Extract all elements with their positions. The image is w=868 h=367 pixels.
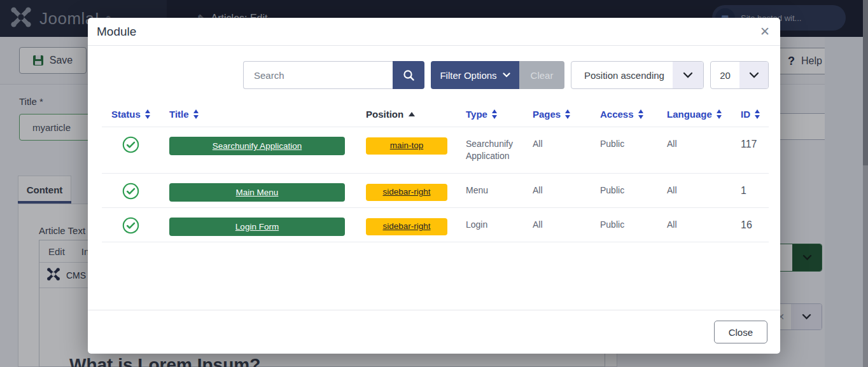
column-header-pages[interactable]: Pages [533, 109, 600, 120]
sort-both-icon [717, 109, 722, 119]
pages-cell: All [533, 174, 600, 207]
table-row: Searchunify Application main-top Searchu… [102, 127, 769, 174]
module-title-button[interactable]: Login Form [169, 218, 345, 236]
published-check-icon[interactable] [122, 145, 139, 155]
position-badge[interactable]: sidebar-right [366, 218, 447, 235]
search-button[interactable] [393, 61, 424, 89]
sort-select-caret [673, 62, 703, 88]
column-header-id[interactable]: ID [741, 109, 769, 120]
status-cell [102, 208, 169, 237]
module-modal: Module ✕ Filter Options Clear Position a… [88, 18, 780, 354]
position-cell: main-top [365, 127, 465, 155]
title-cell: Searchunify Application [169, 127, 365, 155]
column-header-type[interactable]: Type [465, 109, 533, 120]
access-cell: Public [600, 208, 667, 242]
filter-group: Filter Options Clear [431, 61, 564, 89]
modal-header: Module ✕ [88, 18, 780, 46]
sort-ascending-icon [409, 112, 415, 116]
modal-title: Module [97, 25, 136, 39]
type-cell: Searchunify Application [465, 127, 533, 173]
position-badge[interactable]: sidebar-right [366, 184, 447, 201]
limit-select[interactable]: 20 [710, 61, 769, 89]
sort-both-icon [565, 109, 570, 119]
sort-both-icon [145, 109, 150, 119]
sort-select-value: Position ascending [571, 70, 673, 81]
search-group [243, 61, 424, 89]
search-input[interactable] [243, 61, 393, 89]
language-cell: All [667, 127, 741, 161]
clear-button[interactable]: Clear [519, 61, 564, 89]
published-check-icon[interactable] [122, 226, 139, 236]
search-icon [403, 69, 415, 81]
limit-select-value: 20 [711, 70, 739, 81]
modal-filter-toolbar: Filter Options Clear Position ascending … [88, 61, 780, 89]
status-cell [102, 127, 169, 156]
language-cell: All [667, 208, 741, 242]
type-cell: Login [465, 208, 533, 242]
filter-options-button[interactable]: Filter Options [431, 61, 519, 89]
column-header-title[interactable]: Title [169, 109, 365, 120]
table-row: Login Form sidebar-right Login All Publi… [102, 208, 769, 242]
access-cell: Public [600, 174, 667, 207]
table-body: Searchunify Application main-top Searchu… [102, 127, 769, 242]
position-badge[interactable]: main-top [366, 137, 447, 155]
title-cell: Main Menu [169, 174, 365, 202]
modal-close-icon[interactable]: ✕ [760, 25, 770, 38]
close-button[interactable]: Close [714, 321, 767, 343]
column-header-access[interactable]: Access [600, 109, 667, 120]
id-cell: 117 [741, 127, 769, 151]
sort-both-icon [638, 109, 643, 119]
column-header-language[interactable]: Language [667, 109, 741, 120]
modules-table: Status Title Position Type Pages Access [102, 102, 769, 310]
limit-select-caret [739, 62, 768, 88]
type-cell: Menu [465, 174, 533, 207]
module-title-button[interactable]: Searchunify Application [169, 137, 345, 155]
column-header-status[interactable]: Status [102, 109, 169, 120]
pages-cell: All [533, 208, 600, 242]
status-cell [102, 174, 169, 203]
pages-cell: All [533, 127, 600, 161]
language-cell: All [667, 174, 741, 207]
access-cell: Public [600, 127, 667, 161]
module-title-button[interactable]: Main Menu [169, 183, 345, 202]
id-cell: 16 [741, 208, 769, 232]
column-header-position[interactable]: Position [365, 109, 465, 120]
chevron-down-icon [503, 73, 510, 78]
position-cell: sidebar-right [365, 174, 465, 201]
sort-both-icon [755, 109, 760, 119]
table-row: Main Menu sidebar-right Menu All Public … [102, 174, 769, 208]
filter-options-label: Filter Options [440, 70, 496, 81]
id-cell: 1 [741, 174, 769, 198]
modal-footer: Close [88, 310, 780, 354]
sort-select[interactable]: Position ascending [571, 61, 704, 89]
title-cell: Login Form [169, 208, 365, 236]
published-check-icon[interactable] [122, 191, 139, 202]
table-header-row: Status Title Position Type Pages Access [102, 102, 769, 127]
sort-both-icon [492, 109, 497, 119]
position-cell: sidebar-right [365, 208, 465, 235]
sort-both-icon [193, 109, 199, 119]
